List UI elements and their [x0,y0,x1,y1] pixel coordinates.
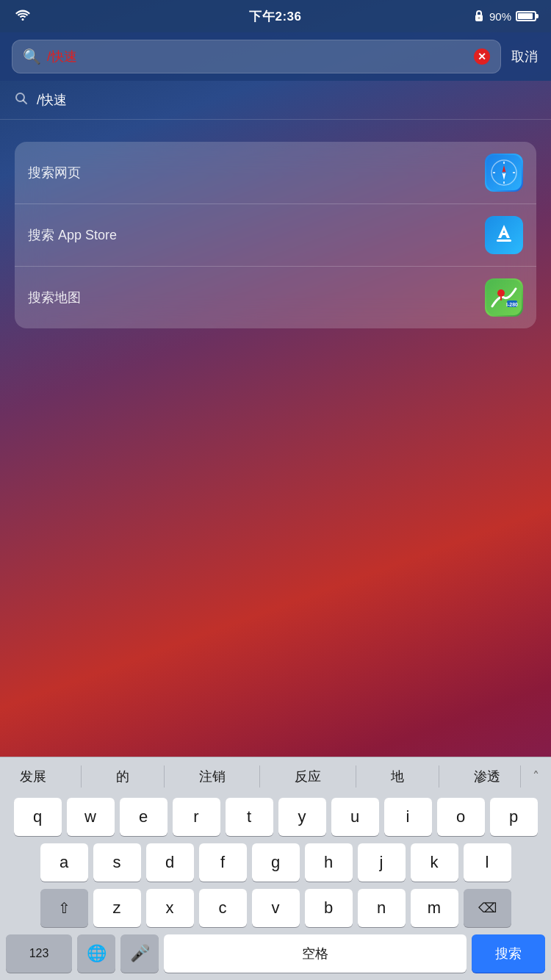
search-label: 搜索 [495,945,522,962]
divider-4 [356,765,356,788]
shift-key[interactable]: ⇧ [40,889,88,927]
safari-icon [485,154,523,192]
key-q[interactable]: q [14,798,62,836]
predictive-bar: 发展 的 注销 反应 地 渗透 ˄ [0,757,551,793]
svg-line-4 [24,100,27,104]
suggestion-text: /快速 [37,91,67,109]
result-label-maps: 搜索地图 [28,289,81,306]
key-n[interactable]: n [358,889,406,927]
key-k[interactable]: k [411,843,458,882]
suggestion-row[interactable]: /快速 [0,81,551,120]
predictive-item-0[interactable]: 发展 [14,765,52,788]
key-row-1: q w e r t y u i o p [3,798,548,836]
result-item-maps[interactable]: 搜索地图 I-280 [15,267,536,328]
predictive-item-1[interactable]: 的 [110,765,135,788]
search-bar: 🔍 /快速 ✕ 取消 [0,32,551,81]
key-a[interactable]: a [40,843,88,882]
keyboard-rows: q w e r t y u i o p a s d f g h j k l ⇧ … [0,793,551,980]
clear-button[interactable]: ✕ [474,48,490,65]
divider-5 [439,765,439,788]
result-label-safari: 搜索网页 [28,164,81,181]
key-x[interactable]: x [146,889,194,927]
globe-icon: 🌐 [87,944,107,963]
predictive-items: 发展 的 注销 反应 地 渗透 [0,765,520,788]
svg-point-2 [478,17,480,19]
key-u[interactable]: u [331,798,379,836]
key-e[interactable]: e [120,798,168,836]
wifi-icon [15,9,31,24]
predictive-item-5[interactable]: 渗透 [468,765,506,788]
battery-percent: 90% [489,10,511,23]
status-time: 下午2:36 [249,8,301,25]
collapse-button[interactable]: ˄ [521,768,551,785]
predictive-item-2[interactable]: 注销 [193,765,231,788]
maps-icon: I-280 [485,278,523,317]
key-j[interactable]: j [358,843,406,882]
lock-icon [473,9,485,24]
key-f[interactable]: f [199,843,247,882]
key-y[interactable]: y [278,798,326,836]
svg-rect-14 [497,239,511,242]
status-bar: 下午2:36 90% [0,0,551,32]
space-key[interactable]: 空格 [164,934,467,973]
key-c[interactable]: c [199,889,247,927]
key-p[interactable]: p [490,798,538,836]
key-w[interactable]: w [67,798,115,836]
result-item-safari[interactable]: 搜索网页 [15,142,536,204]
status-left [15,9,31,24]
result-item-appstore[interactable]: 搜索 App Store [15,204,536,267]
status-right: 90% [473,9,536,24]
bottom-row: 123 🌐 🎤 空格 搜索 [3,934,548,973]
result-label-appstore: 搜索 App Store [28,226,117,244]
clear-icon: ✕ [478,51,486,62]
search-query-text[interactable]: /快速 [47,48,468,65]
suggestion-search-icon [15,92,28,109]
key-h[interactable]: h [305,843,353,882]
svg-text:I-280: I-280 [506,302,518,307]
svg-point-0 [22,18,24,21]
globe-key[interactable]: 🌐 [77,934,115,973]
divider-3 [259,765,260,788]
key-g[interactable]: g [252,843,300,882]
key-v[interactable]: v [252,889,300,927]
key-o[interactable]: o [437,798,485,836]
battery-icon [516,11,536,21]
predictive-item-3[interactable]: 反应 [289,765,327,788]
key-z[interactable]: z [93,889,141,927]
key-m[interactable]: m [411,889,458,927]
appstore-icon [485,216,523,254]
svg-point-18 [497,289,505,297]
key-r[interactable]: r [173,798,220,836]
divider-1 [81,765,82,788]
keyboard-area: 发展 的 注销 反应 地 渗透 ˄ q w e r t y u i o p [0,757,551,980]
predictive-item-4[interactable]: 地 [385,765,410,788]
delete-key[interactable]: ⌫ [464,889,511,927]
key-t[interactable]: t [226,798,273,836]
search-input-wrapper[interactable]: 🔍 /快速 ✕ [12,40,501,73]
key-l[interactable]: l [464,843,511,882]
cancel-button[interactable]: 取消 [510,45,539,68]
mic-key[interactable]: 🎤 [120,934,159,973]
key-d[interactable]: d [146,843,194,882]
key-i[interactable]: i [384,798,432,836]
key-s[interactable]: s [93,843,141,882]
results-card: 搜索网页 搜 [15,142,536,328]
divider-2 [164,765,165,788]
space-label: 空格 [302,945,328,962]
key-b[interactable]: b [305,889,353,927]
key-row-3: ⇧ z x c v b n m ⌫ [3,889,548,927]
numbers-label: 123 [29,947,49,960]
search-key[interactable]: 搜索 [472,934,545,973]
key-row-2: a s d f g h j k l [3,843,548,882]
mic-icon: 🎤 [130,944,150,963]
search-icon: 🔍 [23,48,41,65]
numbers-key[interactable]: 123 [6,934,72,973]
